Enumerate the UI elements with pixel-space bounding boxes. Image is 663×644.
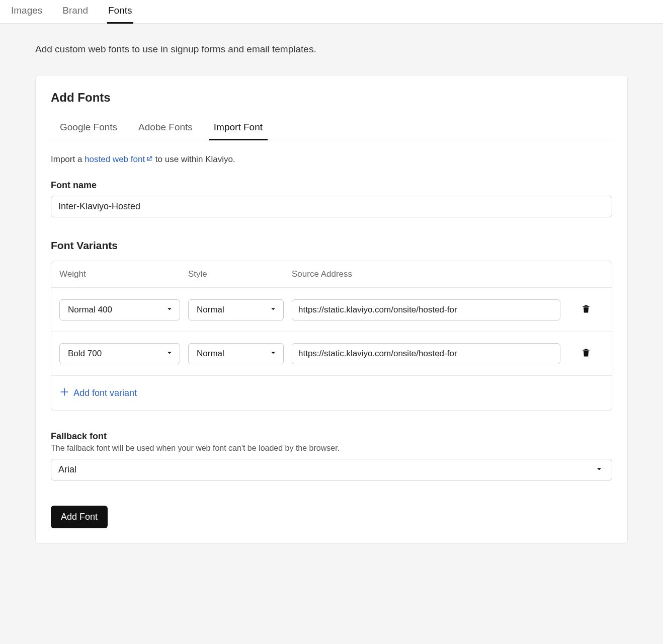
add-font-variant-label: Add font variant — [73, 388, 137, 398]
add-font-button[interactable]: Add Font — [51, 506, 108, 528]
trash-icon — [581, 303, 591, 316]
col-style: Style — [188, 269, 284, 279]
font-name-input[interactable] — [51, 196, 612, 217]
tab-images[interactable]: Images — [10, 0, 43, 23]
top-tabs: Images Brand Fonts — [0, 0, 663, 24]
intro-text: Add custom web fonts to use in signup fo… — [35, 44, 628, 55]
delete-variant-button[interactable] — [568, 347, 604, 360]
source-address-input[interactable] — [292, 299, 560, 320]
import-prefix: Import a — [51, 154, 85, 164]
col-source: Source Address — [292, 269, 560, 279]
fallback-font-help: The fallback font will be used when your… — [51, 444, 612, 453]
weight-select[interactable]: Normal 400 — [59, 299, 180, 320]
import-description: Import a hosted web font to use within K… — [51, 154, 612, 165]
delete-variant-button[interactable] — [568, 303, 604, 316]
font-name-label: Font name — [51, 180, 612, 191]
trash-icon — [581, 347, 591, 360]
fallback-font-label: Fallback font — [51, 431, 612, 442]
add-font-variant-button[interactable]: Add font variant — [59, 387, 137, 399]
fallback-font-select[interactable]: Arial — [51, 459, 612, 480]
source-address-input[interactable] — [292, 343, 560, 364]
tab-adobe-fonts[interactable]: Adobe Fonts — [136, 119, 195, 140]
add-fonts-card: Add Fonts Google Fonts Adobe Fonts Impor… — [35, 75, 628, 544]
variant-row: Normal 400 Normal — [51, 288, 612, 332]
tab-import-font[interactable]: Import Font — [212, 119, 265, 140]
card-title: Add Fonts — [51, 91, 612, 105]
hosted-web-font-link[interactable]: hosted web font — [85, 154, 153, 164]
col-weight: Weight — [59, 269, 180, 279]
font-variants-heading: Font Variants — [51, 239, 612, 252]
import-suffix: to use within Klaviyo. — [153, 154, 235, 164]
tab-google-fonts[interactable]: Google Fonts — [58, 119, 119, 140]
font-variants-table: Weight Style Source Address Normal 400 N… — [51, 261, 612, 411]
tab-fonts[interactable]: Fonts — [107, 0, 133, 23]
plus-icon — [59, 387, 69, 399]
weight-select[interactable]: Bold 700 — [59, 343, 180, 364]
style-select[interactable]: Normal — [188, 343, 284, 364]
variant-row: Bold 700 Normal — [51, 332, 612, 375]
external-link-icon — [146, 155, 153, 165]
tab-brand[interactable]: Brand — [61, 0, 89, 23]
font-source-tabs: Google Fonts Adobe Fonts Import Font — [51, 119, 612, 140]
style-select[interactable]: Normal — [188, 299, 284, 320]
